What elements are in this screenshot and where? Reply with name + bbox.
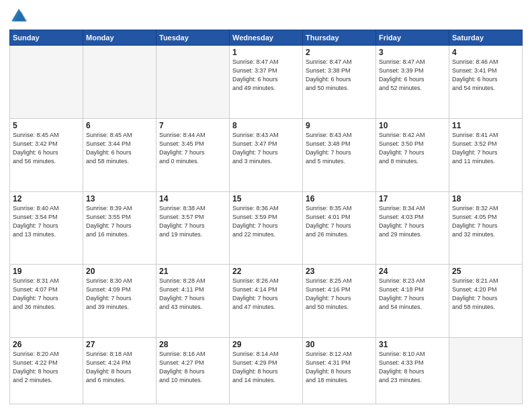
day-number: 12: [13, 194, 80, 203]
calendar-cell: 21Sunrise: 8:28 AMSunset: 4:11 PMDayligh…: [157, 265, 230, 338]
day-number: 13: [86, 194, 153, 203]
day-info: Sunrise: 8:26 AMSunset: 4:14 PMDaylight:…: [232, 277, 300, 312]
day-info: Sunrise: 8:46 AMSunset: 3:41 PMDaylight:…: [452, 58, 519, 93]
day-number: 16: [306, 194, 373, 203]
day-number: 23: [306, 267, 373, 276]
calendar-cell: 29Sunrise: 8:14 AMSunset: 4:29 PMDayligh…: [230, 338, 303, 404]
day-info: Sunrise: 8:45 AMSunset: 3:42 PMDaylight:…: [13, 131, 80, 166]
calendar-cell: 14Sunrise: 8:38 AMSunset: 3:57 PMDayligh…: [157, 191, 230, 265]
day-info: Sunrise: 8:47 AMSunset: 3:37 PMDaylight:…: [232, 58, 300, 93]
calendar-cell: 20Sunrise: 8:30 AMSunset: 4:09 PMDayligh…: [83, 265, 157, 338]
weekday-header-row: SundayMondayTuesdayWednesdayThursdayFrid…: [10, 30, 523, 46]
day-info: Sunrise: 8:30 AMSunset: 4:09 PMDaylight:…: [86, 277, 153, 312]
day-number: 22: [232, 267, 300, 276]
calendar-cell: 16Sunrise: 8:35 AMSunset: 4:01 PMDayligh…: [303, 191, 376, 265]
calendar-cell: [449, 338, 523, 404]
calendar-cell: 17Sunrise: 8:34 AMSunset: 4:03 PMDayligh…: [376, 191, 449, 265]
calendar-cell: 30Sunrise: 8:12 AMSunset: 4:31 PMDayligh…: [303, 338, 376, 404]
day-number: 14: [159, 194, 226, 203]
day-number: 7: [159, 121, 226, 130]
weekday-header-thursday: Thursday: [303, 30, 376, 46]
calendar-cell: 13Sunrise: 8:39 AMSunset: 3:55 PMDayligh…: [83, 191, 157, 265]
day-number: 8: [232, 121, 300, 130]
day-info: Sunrise: 8:21 AMSunset: 4:20 PMDaylight:…: [452, 277, 519, 312]
calendar-cell: 9Sunrise: 8:43 AMSunset: 3:48 PMDaylight…: [303, 118, 376, 191]
day-info: Sunrise: 8:43 AMSunset: 3:47 PMDaylight:…: [232, 131, 300, 166]
day-number: 1: [232, 48, 300, 57]
day-number: 25: [452, 267, 519, 276]
day-number: 21: [159, 267, 226, 276]
day-info: Sunrise: 8:42 AMSunset: 3:50 PMDaylight:…: [379, 131, 446, 166]
day-info: Sunrise: 8:10 AMSunset: 4:33 PMDaylight:…: [379, 350, 446, 385]
calendar-cell: 25Sunrise: 8:21 AMSunset: 4:20 PMDayligh…: [449, 265, 523, 338]
calendar-cell: 22Sunrise: 8:26 AMSunset: 4:14 PMDayligh…: [230, 265, 303, 338]
weekday-header-monday: Monday: [83, 30, 157, 46]
week-row-2: 5Sunrise: 8:45 AMSunset: 3:42 PMDaylight…: [10, 118, 523, 191]
day-info: Sunrise: 8:16 AMSunset: 4:27 PMDaylight:…: [159, 350, 226, 385]
day-info: Sunrise: 8:14 AMSunset: 4:29 PMDaylight:…: [232, 350, 300, 385]
day-info: Sunrise: 8:47 AMSunset: 3:39 PMDaylight:…: [379, 58, 446, 93]
weekday-header-friday: Friday: [376, 30, 449, 46]
calendar-cell: 26Sunrise: 8:20 AMSunset: 4:22 PMDayligh…: [10, 338, 83, 404]
calendar-cell: 12Sunrise: 8:40 AMSunset: 3:54 PMDayligh…: [10, 191, 83, 265]
day-number: 20: [86, 267, 153, 276]
day-number: 11: [452, 121, 519, 130]
day-number: 4: [452, 48, 519, 57]
day-number: 5: [13, 121, 80, 130]
calendar-cell: 1Sunrise: 8:47 AMSunset: 3:37 PMDaylight…: [230, 46, 303, 119]
weekday-header-sunday: Sunday: [10, 30, 83, 46]
calendar-cell: [157, 46, 230, 119]
day-info: Sunrise: 8:28 AMSunset: 4:11 PMDaylight:…: [159, 277, 226, 312]
weekday-header-tuesday: Tuesday: [157, 30, 230, 46]
day-info: Sunrise: 8:47 AMSunset: 3:38 PMDaylight:…: [306, 58, 373, 93]
day-info: Sunrise: 8:25 AMSunset: 4:16 PMDaylight:…: [306, 277, 373, 312]
day-info: Sunrise: 8:38 AMSunset: 3:57 PMDaylight:…: [159, 204, 226, 239]
day-number: 18: [452, 194, 519, 203]
page: SundayMondayTuesdayWednesdayThursdayFrid…: [0, 0, 532, 411]
calendar-table: SundayMondayTuesdayWednesdayThursdayFrid…: [9, 30, 523, 404]
day-info: Sunrise: 8:44 AMSunset: 3:45 PMDaylight:…: [159, 131, 226, 166]
week-row-1: 1Sunrise: 8:47 AMSunset: 3:37 PMDaylight…: [10, 46, 523, 119]
calendar-cell: 24Sunrise: 8:23 AMSunset: 4:18 PMDayligh…: [376, 265, 449, 338]
calendar-cell: [10, 46, 83, 119]
calendar-cell: 15Sunrise: 8:36 AMSunset: 3:59 PMDayligh…: [230, 191, 303, 265]
day-info: Sunrise: 8:41 AMSunset: 3:52 PMDaylight:…: [452, 131, 519, 166]
calendar-cell: 5Sunrise: 8:45 AMSunset: 3:42 PMDaylight…: [10, 118, 83, 191]
week-row-4: 19Sunrise: 8:31 AMSunset: 4:07 PMDayligh…: [10, 265, 523, 338]
day-info: Sunrise: 8:23 AMSunset: 4:18 PMDaylight:…: [379, 277, 446, 312]
day-number: 9: [306, 121, 373, 130]
calendar-cell: 2Sunrise: 8:47 AMSunset: 3:38 PMDaylight…: [303, 46, 376, 119]
day-info: Sunrise: 8:40 AMSunset: 3:54 PMDaylight:…: [13, 204, 80, 239]
day-info: Sunrise: 8:36 AMSunset: 3:59 PMDaylight:…: [232, 204, 300, 239]
week-row-5: 26Sunrise: 8:20 AMSunset: 4:22 PMDayligh…: [10, 338, 523, 404]
day-info: Sunrise: 8:20 AMSunset: 4:22 PMDaylight:…: [13, 350, 80, 385]
day-info: Sunrise: 8:43 AMSunset: 3:48 PMDaylight:…: [306, 131, 373, 166]
logo: [9, 7, 31, 26]
day-number: 30: [306, 340, 373, 349]
weekday-header-saturday: Saturday: [449, 30, 523, 46]
day-info: Sunrise: 8:34 AMSunset: 4:03 PMDaylight:…: [379, 204, 446, 239]
day-number: 27: [86, 340, 153, 349]
day-number: 24: [379, 267, 446, 276]
day-number: 2: [306, 48, 373, 57]
day-info: Sunrise: 8:35 AMSunset: 4:01 PMDaylight:…: [306, 204, 373, 239]
day-number: 17: [379, 194, 446, 203]
week-row-3: 12Sunrise: 8:40 AMSunset: 3:54 PMDayligh…: [10, 191, 523, 265]
logo-icon: [9, 7, 28, 26]
calendar-cell: 23Sunrise: 8:25 AMSunset: 4:16 PMDayligh…: [303, 265, 376, 338]
day-number: 31: [379, 340, 446, 349]
day-number: 15: [232, 194, 300, 203]
day-number: 6: [86, 121, 153, 130]
day-number: 28: [159, 340, 226, 349]
day-number: 19: [13, 267, 80, 276]
calendar-cell: 31Sunrise: 8:10 AMSunset: 4:33 PMDayligh…: [376, 338, 449, 404]
day-info: Sunrise: 8:39 AMSunset: 3:55 PMDaylight:…: [86, 204, 153, 239]
weekday-header-wednesday: Wednesday: [230, 30, 303, 46]
day-number: 26: [13, 340, 80, 349]
calendar-cell: 18Sunrise: 8:32 AMSunset: 4:05 PMDayligh…: [449, 191, 523, 265]
calendar-cell: 11Sunrise: 8:41 AMSunset: 3:52 PMDayligh…: [449, 118, 523, 191]
calendar-cell: 10Sunrise: 8:42 AMSunset: 3:50 PMDayligh…: [376, 118, 449, 191]
calendar-cell: 7Sunrise: 8:44 AMSunset: 3:45 PMDaylight…: [157, 118, 230, 191]
calendar-cell: 4Sunrise: 8:46 AMSunset: 3:41 PMDaylight…: [449, 46, 523, 119]
day-info: Sunrise: 8:31 AMSunset: 4:07 PMDaylight:…: [13, 277, 80, 312]
